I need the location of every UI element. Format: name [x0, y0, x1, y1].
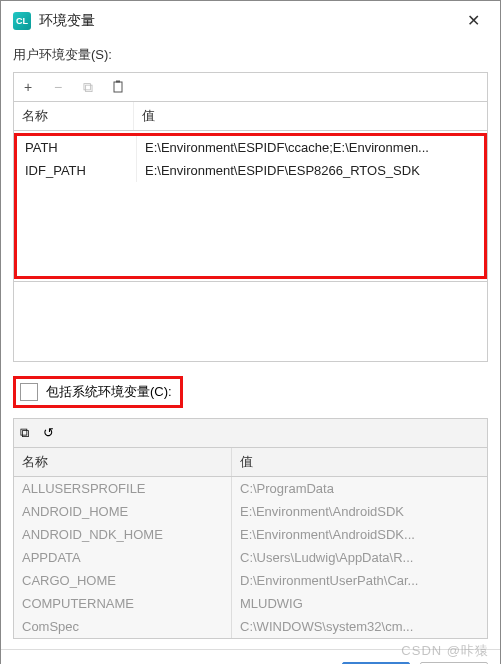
include-system-row: 包括系统环境变量(C): [13, 376, 488, 408]
include-system-highlight: 包括系统环境变量(C): [13, 376, 183, 408]
table-row[interactable]: APPDATA C:\Users\Ludwig\AppData\R... [14, 546, 487, 569]
cell-value: MLUDWIG [232, 592, 487, 615]
cell-value: E:\Environment\ESPIDF\ESP8266_RTOS_SDK [137, 159, 484, 182]
cell-name: ANDROID_HOME [14, 500, 232, 523]
copy-icon: ⧉ [20, 425, 29, 441]
table-row[interactable]: ComSpec C:\WINDOWS\system32\cm... [14, 615, 487, 638]
titlebar: CL 环境变量 ✕ [1, 1, 500, 40]
include-system-checkbox[interactable] [20, 383, 38, 401]
cell-name: ANDROID_NDK_HOME [14, 523, 232, 546]
system-vars-table: 名称 值 ALLUSERSPROFILE C:\ProgramData ANDR… [13, 447, 488, 639]
cell-name: IDF_PATH [17, 159, 137, 182]
cell-value: C:\ProgramData [232, 477, 487, 500]
cell-name: PATH [17, 136, 137, 159]
table-row[interactable]: ANDROID_NDK_HOME E:\Environment\AndroidS… [14, 523, 487, 546]
user-vars-table: 名称 值 PATH E:\Environment\ESPIDF\ccache;E… [13, 101, 488, 282]
cell-value: C:\Users\Ludwig\AppData\R... [232, 546, 487, 569]
table-row[interactable]: PATH E:\Environment\ESPIDF\ccache;E:\Env… [17, 136, 484, 159]
cell-name: APPDATA [14, 546, 232, 569]
table-row[interactable]: ALLUSERSPROFILE C:\ProgramData [14, 477, 487, 500]
user-vars-label: 用户环境变量(S): [13, 46, 488, 64]
system-vars-toolbar: ⧉ ↺ [13, 418, 488, 447]
table-row[interactable]: CARGO_HOME D:\EnvironmentUserPath\Car... [14, 569, 487, 592]
include-system-label: 包括系统环境变量(C): [46, 383, 172, 401]
close-icon[interactable]: ✕ [459, 9, 488, 32]
cell-value: E:\Environment\AndroidSDK... [232, 523, 487, 546]
app-icon: CL [13, 12, 31, 30]
table-row[interactable]: ANDROID_HOME E:\Environment\AndroidSDK [14, 500, 487, 523]
svg-rect-1 [116, 81, 120, 83]
dialog-buttons: 确定 取消 [1, 649, 500, 664]
user-table-header: 名称 值 [14, 102, 487, 131]
cell-name: ALLUSERSPROFILE [14, 477, 232, 500]
remove-icon[interactable]: − [50, 79, 66, 95]
cell-name: COMPUTERNAME [14, 592, 232, 615]
col-header-name[interactable]: 名称 [14, 448, 232, 476]
col-header-value[interactable]: 值 [232, 448, 487, 476]
cell-value: E:\Environment\ESPIDF\ccache;E:\Environm… [137, 136, 484, 159]
cell-value: E:\Environment\AndroidSDK [232, 500, 487, 523]
col-header-name[interactable]: 名称 [14, 102, 134, 130]
cell-value: C:\WINDOWS\system32\cm... [232, 615, 487, 638]
table-row[interactable]: IDF_PATH E:\Environment\ESPIDF\ESP8266_R… [17, 159, 484, 182]
user-table-empty-area[interactable] [13, 282, 488, 362]
dialog-title: 环境变量 [39, 12, 459, 30]
col-header-value[interactable]: 值 [134, 102, 487, 130]
cell-name: CARGO_HOME [14, 569, 232, 592]
add-icon[interactable]: + [20, 79, 36, 95]
env-vars-dialog: CL 环境变量 ✕ 用户环境变量(S): + − ⧉ 名称 值 PATH E:\… [0, 0, 501, 664]
user-vars-toolbar: + − ⧉ [13, 72, 488, 101]
cell-name: ComSpec [14, 615, 232, 638]
system-table-header: 名称 值 [14, 448, 487, 477]
dialog-content: 用户环境变量(S): + − ⧉ 名称 值 PATH E:\Environmen… [1, 40, 500, 649]
user-rows-highlight: PATH E:\Environment\ESPIDF\ccache;E:\Env… [14, 133, 487, 279]
cell-value: D:\EnvironmentUserPath\Car... [232, 569, 487, 592]
svg-rect-0 [114, 82, 122, 92]
table-row[interactable]: COMPUTERNAME MLUDWIG [14, 592, 487, 615]
copy-icon[interactable]: ⧉ [80, 79, 96, 95]
undo-icon: ↺ [43, 425, 54, 441]
paste-icon[interactable] [110, 79, 126, 95]
